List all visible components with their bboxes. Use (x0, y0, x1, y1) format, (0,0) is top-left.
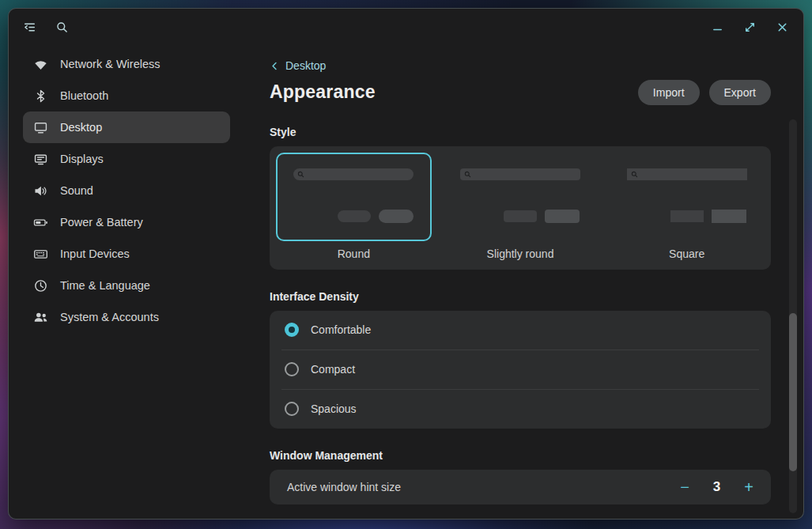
radio-icon[interactable] (285, 323, 299, 337)
sidebar-item-label: Bluetooth (60, 89, 108, 102)
preview-button (338, 210, 371, 222)
window-management-heading: Window Management (270, 449, 771, 462)
search-icon (631, 171, 638, 178)
preview-buttons (338, 210, 414, 223)
bluetooth-icon (33, 89, 48, 104)
style-option-slightly-round[interactable]: Slightly round (443, 153, 599, 265)
battery-icon (33, 215, 48, 230)
preview-buttons (670, 210, 746, 223)
sidebar-item-label: Displays (60, 153, 104, 165)
density-option-comfortable[interactable]: Comfortable (270, 311, 771, 350)
sidebar-item-sound[interactable]: Sound (23, 175, 230, 206)
density-heading: Interface Density (270, 290, 771, 303)
sidebar-item-label: Power & Battery (60, 216, 143, 229)
displays-icon (33, 152, 48, 167)
style-option-label: Square (609, 241, 765, 265)
sidebar-item-desktop[interactable]: Desktop (23, 111, 230, 143)
preview-button (712, 210, 746, 223)
preview-search-bar (293, 168, 414, 180)
preview-search-bar (627, 168, 747, 180)
hint-size-value: 3 (713, 479, 720, 495)
settings-window: Network & Wireless Bluetooth Desktop Dis… (8, 8, 804, 520)
sidebar-item-input-devices[interactable]: Input Devices (23, 238, 230, 270)
active-window-hint-row: Active window hint size − 3 + (270, 470, 771, 504)
hint-size-label: Active window hint size (287, 481, 401, 493)
back-label: Desktop (285, 59, 326, 72)
window-management-section: Window Management Active window hint siz… (270, 449, 771, 504)
style-preview-slightly-round (443, 153, 599, 241)
interface-density-section: Interface Density Comfortable Compact S (270, 290, 771, 429)
radio-icon[interactable] (285, 362, 299, 376)
style-preview-round (276, 153, 432, 241)
sidebar-item-label: Network & Wireless (60, 58, 161, 70)
settings-sidebar: Network & Wireless Bluetooth Desktop Dis… (9, 45, 236, 519)
users-icon (33, 310, 48, 325)
sidebar-item-label: Time & Language (60, 279, 150, 292)
density-option-label: Comfortable (311, 323, 371, 336)
preview-search-bar (460, 168, 580, 180)
page-title: Appearance (270, 81, 376, 103)
preview-button (504, 210, 537, 222)
wifi-icon (33, 57, 48, 72)
sidebar-item-label: System & Accounts (60, 311, 159, 323)
sidebar-toggle-icon[interactable] (23, 21, 36, 34)
style-section: Style (270, 126, 771, 270)
preview-button (379, 210, 414, 223)
scrollbar-thumb[interactable] (789, 313, 797, 471)
titlebar[interactable] (9, 9, 803, 45)
hint-size-stepper: − 3 + (680, 479, 753, 495)
style-option-round[interactable]: Round (276, 153, 432, 265)
sidebar-item-power-battery[interactable]: Power & Battery (23, 206, 230, 238)
search-icon (297, 171, 304, 178)
search-icon[interactable] (55, 21, 69, 34)
close-icon[interactable] (776, 21, 789, 34)
radio-icon[interactable] (285, 402, 299, 416)
keyboard-icon (33, 247, 48, 262)
minimize-icon[interactable] (711, 21, 724, 34)
preview-buttons (504, 210, 580, 223)
monitor-icon (33, 120, 48, 135)
speaker-icon (33, 183, 48, 198)
preview-button (670, 210, 704, 222)
style-option-label: Slightly round (443, 241, 599, 265)
sidebar-item-system-accounts[interactable]: System & Accounts (23, 301, 230, 333)
window-hint-card: Active window hint size − 3 + (270, 470, 771, 504)
density-option-compact[interactable]: Compact (270, 350, 771, 389)
sidebar-item-label: Desktop (60, 121, 102, 134)
import-button[interactable]: Import (638, 80, 700, 105)
vertical-scrollbar[interactable] (789, 119, 797, 513)
style-preview-square (609, 153, 765, 241)
decrease-button[interactable]: − (680, 479, 689, 495)
back-button[interactable]: Desktop (270, 59, 326, 72)
preview-button (545, 210, 580, 223)
export-button[interactable]: Export (709, 80, 771, 105)
density-option-label: Spacious (311, 402, 357, 415)
sidebar-item-label: Input Devices (60, 247, 130, 260)
sidebar-item-network-wireless[interactable]: Network & Wireless (23, 48, 230, 80)
sidebar-item-bluetooth[interactable]: Bluetooth (23, 80, 230, 111)
appearance-page: Desktop Appearance Import Export Style (236, 45, 803, 519)
sidebar-item-time-language[interactable]: Time & Language (23, 270, 230, 301)
clock-icon (33, 278, 48, 293)
density-card: Comfortable Compact Spacious (270, 311, 771, 429)
sidebar-item-displays[interactable]: Displays (23, 143, 230, 175)
search-icon (464, 171, 471, 178)
style-option-square[interactable]: Square (609, 153, 765, 265)
density-option-label: Compact (311, 363, 355, 376)
sidebar-item-label: Sound (60, 184, 93, 197)
style-heading: Style (270, 126, 771, 138)
style-option-label: Round (276, 241, 432, 265)
chevron-left-icon (270, 61, 280, 71)
density-option-spacious[interactable]: Spacious (270, 390, 771, 429)
style-card: Round (270, 146, 771, 270)
maximize-icon[interactable] (743, 21, 757, 34)
increase-button[interactable]: + (744, 479, 753, 495)
